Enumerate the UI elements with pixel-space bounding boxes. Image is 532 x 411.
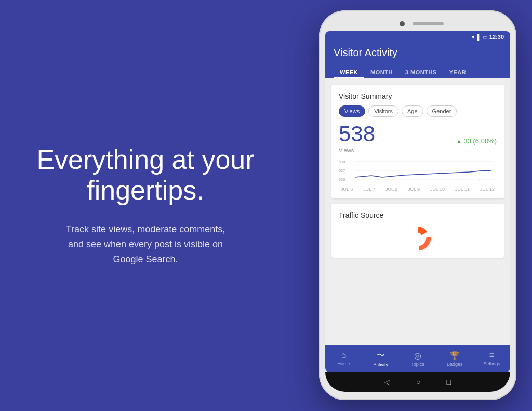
headline: Everything at your fingertips. [31, 144, 260, 207]
tab-3months[interactable]: 3 MONTHS [399, 65, 443, 78]
chart-label-jul6: JUL 6 [341, 187, 353, 192]
nav-settings[interactable]: ≡ Settings [473, 345, 510, 372]
battery-icon: ▭ [483, 34, 487, 40]
nav-badges[interactable]: 🏆 Badges [436, 345, 473, 372]
chart-label-jul12: JUL 12 [480, 187, 495, 192]
chart-container: 538 537 536 [339, 157, 497, 191]
phone-screen: ▼ ▌ ▭ 12:30 Visitor Activity WEEK MONTH … [325, 31, 510, 372]
filter-buttons: Views Visitors Age Gender [339, 105, 497, 117]
nav-topics[interactable]: ◎ Topics [399, 345, 436, 372]
phone-wrapper: ▼ ▌ ▭ 12:30 Visitor Activity WEEK MONTH … [319, 10, 516, 400]
badges-icon: 🏆 [449, 351, 460, 361]
filter-age[interactable]: Age [402, 105, 423, 117]
stats-row: 538 ▲ 33 (6.00%) [339, 123, 497, 145]
tab-year[interactable]: YEAR [443, 65, 473, 78]
svg-text:537: 537 [339, 169, 345, 173]
chart-label-jul9: JUL 9 [408, 187, 420, 192]
bottom-nav: ⌂ Home 〜 Activity ◎ Topics 🏆 Badges ≡ [325, 345, 510, 372]
nav-activity-label: Activity [374, 362, 389, 367]
nav-home[interactable]: ⌂ Home [325, 345, 362, 372]
left-section: Everything at your fingertips. Track sit… [0, 0, 291, 411]
app-title: Visitor Activity [334, 47, 502, 59]
settings-icon: ≡ [489, 351, 494, 360]
filter-views[interactable]: Views [339, 105, 365, 117]
phone-camera [400, 21, 405, 26]
app-header: Visitor Activity [325, 43, 510, 65]
visitor-summary-card: Visitor Summary Views Visitors Age Gende… [331, 85, 504, 198]
nav-badges-label: Badges [447, 362, 463, 367]
chart-x-labels: JUL 6 JUL 7 JUL 8 JUL 9 JUL 10 JUL 11 JU… [339, 185, 497, 192]
home-button[interactable]: ○ [416, 378, 420, 386]
chart-label-jul10: JUL 10 [430, 187, 445, 192]
donut-chart [339, 224, 497, 250]
android-navbar: ◁ ○ □ [325, 372, 510, 392]
chart-label-jul7: JUL 7 [363, 187, 375, 192]
tab-month[interactable]: MONTH [364, 65, 399, 78]
filter-visitors[interactable]: Visitors [368, 105, 398, 117]
traffic-source-title: Traffic Source [339, 211, 497, 219]
recents-button[interactable]: □ [447, 378, 451, 386]
svg-text:536: 536 [339, 178, 345, 182]
home-icon: ⌂ [341, 351, 347, 360]
subtext: Track site views, moderate comments,and … [66, 222, 225, 267]
scroll-content: Visitor Summary Views Visitors Age Gende… [325, 78, 510, 345]
traffic-source-card: Traffic Source [331, 204, 504, 258]
status-icons: ▼ ▌ ▭ [471, 34, 487, 40]
chart-svg: 538 537 536 [339, 157, 497, 183]
nav-topics-label: Topics [411, 362, 424, 367]
period-tab-bar: WEEK MONTH 3 MONTHS YEAR [325, 65, 510, 78]
phone-top-bar [325, 17, 510, 31]
back-button[interactable]: ◁ [384, 378, 390, 386]
arrow-up-icon: ▲ [456, 138, 462, 145]
status-time: 12:30 [489, 34, 504, 40]
big-number: 538 [339, 123, 375, 145]
change-indicator: ▲ 33 (6.00%) [456, 137, 497, 145]
nav-activity[interactable]: 〜 Activity [362, 345, 399, 372]
visitor-summary-title: Visitor Summary [339, 92, 497, 100]
svg-text:538: 538 [339, 160, 345, 164]
wifi-icon: ▼ [471, 34, 476, 40]
chart-label-jul11: JUL 11 [455, 187, 470, 192]
nav-settings-label: Settings [483, 361, 500, 366]
phone-outer: ▼ ▌ ▭ 12:30 Visitor Activity WEEK MONTH … [319, 10, 516, 400]
chart-label-jul8: JUL 8 [385, 187, 397, 192]
filter-gender[interactable]: Gender [427, 105, 457, 117]
topics-icon: ◎ [414, 351, 421, 361]
nav-home-label: Home [338, 361, 350, 366]
status-bar: ▼ ▌ ▭ 12:30 [325, 31, 510, 43]
donut-svg [392, 224, 444, 250]
signal-icon: ▌ [477, 34, 481, 40]
activity-icon: 〜 [377, 350, 385, 361]
change-value: 33 (6.00%) [463, 137, 497, 145]
views-label: Views [339, 147, 497, 153]
phone-speaker [413, 22, 444, 25]
tab-week[interactable]: WEEK [334, 65, 364, 78]
